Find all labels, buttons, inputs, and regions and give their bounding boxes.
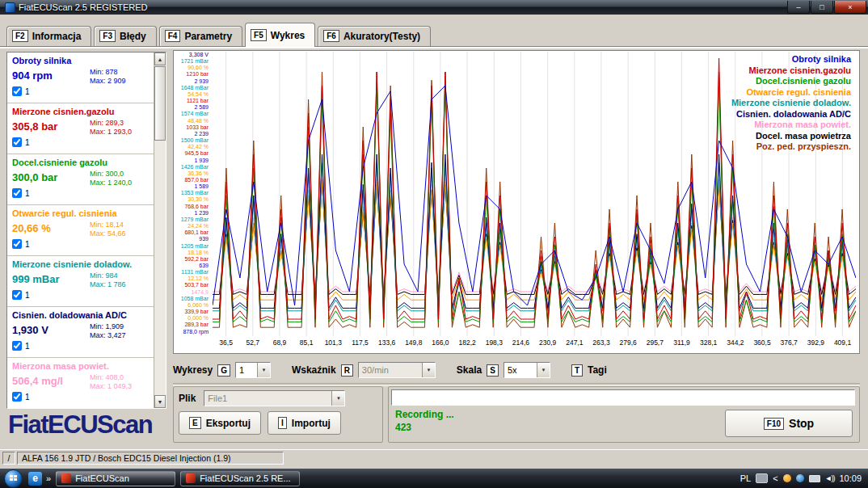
scroll-down-icon[interactable]: ▼ (154, 395, 166, 408)
taskbar-button-1[interactable]: FiatECUScan (56, 471, 175, 486)
parameter-checkbox[interactable] (12, 86, 22, 96)
parameter-sidebar: Obroty silnika904 rpmMin: 878Max: 2 9091… (6, 52, 166, 409)
tab-bar: F2InformacjaF3BłędyF4ParametryF5WykresF6… (6, 22, 431, 46)
parameter-minmax: Min: 408,0Max: 1 049,3 (90, 373, 150, 391)
y-axis-label: 54,54 % (175, 91, 211, 98)
x-axis-label: 133,6 (373, 339, 400, 347)
import-button[interactable]: I Importuj (268, 411, 341, 435)
scrollbar-thumb[interactable] (154, 66, 166, 141)
y-axis-label: 2 589 (175, 104, 211, 111)
taskbar-app-icon (61, 473, 71, 483)
tab-divider (0, 46, 868, 48)
quicklaunch-expand-icon[interactable]: » (46, 473, 51, 483)
x-axis-label: 52,7 (239, 339, 266, 347)
tab-bledy[interactable]: F3Błędy (94, 26, 156, 46)
parameter-minmax: Min: 300,0Max: 1 240,0 (90, 170, 150, 187)
x-axis-label: 328,1 (695, 339, 722, 347)
y-axis-label: 3,308 V (175, 52, 211, 58)
tray-collapse-icon[interactable]: < (773, 473, 777, 483)
tab-label: Informacja (32, 31, 82, 42)
tray-blue-icon[interactable] (796, 474, 804, 482)
close-button[interactable]: × (834, 1, 866, 14)
scroll-up-icon[interactable]: ▲ (154, 53, 166, 65)
export-button[interactable]: E Eksportuj (179, 411, 261, 435)
y-axis-label: 2 239 (175, 131, 211, 137)
y-axis-label: 768,6 bar (175, 204, 211, 210)
skala-dropdown[interactable]: 5x ▼ (504, 362, 550, 378)
y-axis-labels: 3,308 V1721 mBar90,60 %1210 bar2 9391648… (175, 52, 211, 336)
y-axis-label: 289,3 bar (175, 322, 211, 328)
y-axis-label: 1500 mBar (175, 137, 211, 144)
language-indicator[interactable]: PL (740, 473, 751, 483)
parameter-minmax: Min: 878Max: 2 909 (90, 68, 150, 86)
y-axis-label: 878,0 rpm (175, 329, 211, 335)
start-button[interactable] (4, 469, 23, 488)
x-axis-label: 311,9 (668, 339, 695, 347)
parameter-checkbox[interactable] (12, 290, 22, 300)
chevron-down-icon[interactable]: ▼ (537, 363, 550, 377)
app-icon (5, 2, 15, 13)
legend-entry: Docel.cisnienie gazolu (731, 76, 851, 87)
taskbar-app-icon (186, 473, 196, 483)
tab-informacja[interactable]: F2Informacja (6, 26, 91, 46)
battery-icon[interactable] (809, 475, 820, 482)
internet-explorer-icon[interactable]: e (28, 472, 42, 486)
x-axis-label: 117,5 (347, 339, 373, 347)
x-axis-label: 214,6 (508, 339, 534, 347)
x-axis-label: 360,5 (748, 339, 775, 347)
parameter-name: Mierzona masa powiet. (12, 361, 150, 371)
y-axis-label: 1 939 (175, 158, 211, 164)
parameter-checkbox[interactable] (12, 137, 22, 147)
taskbar-button-2[interactable]: FiatECUScan 2.5 RE... (180, 471, 300, 486)
x-axis-label: 101,3 (320, 339, 347, 347)
recording-status: Recording ... (395, 409, 454, 420)
file-group: Plik File1 ▼ E Eksportuj I Importuj (173, 386, 383, 443)
tab-akuratory-testy[interactable]: F6Akuratory(Testy) (318, 26, 431, 46)
tray-orange-icon[interactable] (783, 474, 791, 482)
wskaznik-key: R (341, 364, 353, 377)
parameter-checkbox[interactable] (12, 239, 22, 249)
chevron-down-icon[interactable]: ▼ (422, 363, 435, 377)
tab-parametry[interactable]: F4Parametry (159, 26, 242, 46)
maximize-button[interactable]: □ (811, 1, 833, 14)
chevron-down-icon[interactable]: ▼ (331, 391, 344, 406)
wykresy-dropdown[interactable]: 1 ▼ (235, 362, 271, 378)
legend-entry: Obroty silnika (731, 54, 851, 65)
speaker-icon[interactable]: ◄)) (825, 474, 835, 482)
parameter-name: Mierzone cisnienie doladow. (12, 259, 150, 269)
clock[interactable]: 10:09 (839, 473, 862, 483)
x-axis-labels: 36,552,768,985,1101,3117,5133,6149,8166,… (213, 339, 856, 347)
y-axis-label: 1279 mBar (175, 217, 211, 223)
wskaznik-dropdown[interactable]: 30/min ▼ (358, 362, 436, 378)
parameter-panel-2: Mierzone cisnien.gazolu305,8 barMin: 289… (7, 103, 154, 154)
y-axis-label: 680,1 bar (175, 229, 211, 236)
minimize-button[interactable]: – (787, 1, 810, 14)
recording-group: Recording ... 423 F10 Stop (388, 386, 860, 443)
sidebar-scrollbar[interactable]: ▲ ▼ (154, 53, 166, 408)
recording-input[interactable] (391, 389, 855, 406)
parameter-checkbox[interactable] (12, 188, 22, 198)
parameter-list: Obroty silnika904 rpmMin: 878Max: 2 9091… (7, 53, 154, 408)
stop-button[interactable]: F10 Stop (725, 410, 853, 437)
parameter-checkbox[interactable] (12, 392, 22, 402)
parameter-name: Mierzone cisnien.gazolu (12, 107, 150, 116)
x-axis-label: 198,3 (481, 339, 508, 347)
tab-key-label: F5 (251, 29, 267, 41)
parameter-name: Obroty silnika (12, 56, 150, 65)
parameter-value: 300,0 bar (12, 171, 57, 183)
chart-legend: Obroty silnikaMierzone cisnien.gazoluDoc… (731, 54, 851, 153)
parameter-value: 20,66 % (12, 222, 51, 234)
file-dropdown[interactable]: File1 ▼ (204, 390, 345, 406)
import-label: Importuj (292, 418, 331, 429)
chart-panel: 3,308 V1721 mBar90,60 %1210 bar2 9391648… (173, 50, 860, 354)
y-axis-label: 2 939 (175, 78, 211, 85)
parameter-panel-1: Obroty silnika904 rpmMin: 878Max: 2 9091 (7, 53, 154, 103)
tab-wykres[interactable]: F5Wykres (245, 23, 315, 47)
keyboard-icon[interactable] (756, 473, 768, 483)
parameter-checkbox-label: 1 (25, 291, 30, 300)
parameter-checkbox[interactable] (12, 341, 22, 351)
chevron-down-icon[interactable]: ▼ (257, 363, 270, 377)
status-bar: / ALFA 156 1.9 JTD / Bosch EDC15 Diesel … (0, 449, 868, 465)
window-title: FiatECUScan 2.5 REGISTERED (19, 0, 148, 15)
wykresy-label: Wykresy (173, 364, 213, 376)
